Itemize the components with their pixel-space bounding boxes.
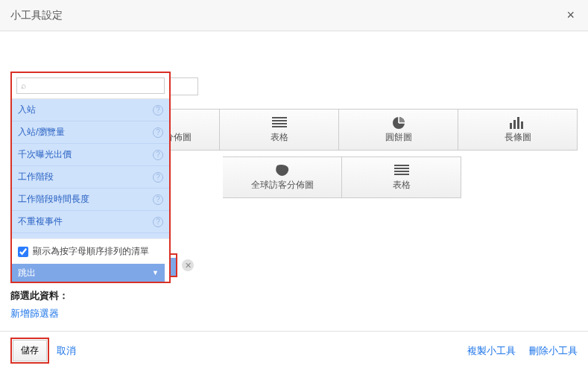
svg-rect-7 xyxy=(510,123,512,129)
metric-option-label: 入站 xyxy=(18,104,36,116)
svg-rect-13 xyxy=(394,171,409,172)
alpha-sort-row: 顯示為按字母順序排列的清單 xyxy=(12,238,169,264)
close-icon[interactable]: × xyxy=(563,7,578,23)
alpha-sort-checkbox[interactable] xyxy=(18,247,28,257)
dialog-footer: 儲存 取消 複製小工具 刪除小工具 xyxy=(0,331,588,373)
metric-option[interactable]: 千次曝光出價? xyxy=(12,144,169,166)
svg-rect-10 xyxy=(521,121,523,129)
metric-option-label: 工作階段時間長度 xyxy=(18,193,89,206)
chart-tile-bar[interactable]: 長條圖 xyxy=(458,109,578,151)
metric-option[interactable]: 入站/瀏覽量? xyxy=(12,121,169,144)
pie-icon xyxy=(391,116,407,130)
chart-tile-table[interactable]: 表格 xyxy=(220,109,339,151)
chart-tile-label: 表格 xyxy=(271,131,288,144)
help-icon[interactable]: ? xyxy=(153,172,163,183)
dialog-header: 小工具設定 × xyxy=(0,0,588,31)
chart-tile-label: 長條圖 xyxy=(505,131,531,144)
svg-rect-1 xyxy=(272,120,287,121)
help-icon[interactable]: ? xyxy=(153,127,163,138)
chart-tile-table-2[interactable]: 表格 xyxy=(342,156,461,198)
metric-option[interactable]: 不重複事件? xyxy=(12,211,169,233)
svg-rect-8 xyxy=(513,120,516,129)
bar-icon xyxy=(510,116,526,130)
map-icon xyxy=(274,164,291,177)
metric-option-label: 入站/瀏覽量 xyxy=(18,126,65,139)
metric-option-label: 工作階段 xyxy=(18,171,54,183)
metric-selected-label: 跳出 xyxy=(18,267,36,279)
svg-rect-9 xyxy=(517,117,519,129)
svg-rect-12 xyxy=(394,168,409,169)
chart-tile-geo-2[interactable]: 全球訪客分佈圖 xyxy=(223,156,342,198)
svg-rect-3 xyxy=(272,126,287,127)
svg-rect-5 xyxy=(398,116,399,123)
table-icon xyxy=(271,116,288,130)
save-button-highlight: 儲存 xyxy=(10,338,49,364)
chevron-down-icon: ▼ xyxy=(152,269,159,276)
save-button[interactable]: 儲存 xyxy=(13,340,47,361)
copy-widget-link[interactable]: 複製小工具 xyxy=(467,344,516,358)
metric-search-input[interactable] xyxy=(16,77,165,94)
metric-option[interactable]: 入站? xyxy=(12,99,169,121)
filter-section-label: 篩選此資料： xyxy=(10,289,578,303)
metric-option-label: 不重複事件 xyxy=(18,215,63,228)
dialog-title: 小工具設定 xyxy=(10,9,63,22)
chart-tile-label: 表格 xyxy=(393,179,411,192)
alpha-sort-label: 顯示為按字母順序排列的清單 xyxy=(33,245,149,258)
help-icon[interactable]: ? xyxy=(153,194,163,205)
help-icon[interactable]: ? xyxy=(153,217,163,227)
metric-option-label: 千次曝光出價 xyxy=(18,148,72,161)
metric-dropdown-panel: ⌕ 入站? 入站/瀏覽量? 千次曝光出價? 工作階段? 工作階段時間長度? 不重… xyxy=(10,72,171,283)
svg-rect-11 xyxy=(394,165,409,166)
metric-option[interactable]: 工作階段? xyxy=(12,166,169,189)
chart-tile-label: 圓餅圖 xyxy=(385,131,412,144)
chart-tile-label: 全球訪客分佈圖 xyxy=(251,179,314,192)
table-icon xyxy=(393,164,410,177)
metric-option[interactable]: 不重複的社交動作? xyxy=(12,233,169,238)
metric-option-list[interactable]: 入站? 入站/瀏覽量? 千次曝光出價? 工作階段? 工作階段時間長度? 不重複事… xyxy=(12,98,169,238)
clear-compare-icon[interactable]: ✕ xyxy=(182,259,194,271)
add-filter-link[interactable]: 新增篩選器 xyxy=(10,307,59,320)
chart-tile-pie[interactable]: 圓餅圖 xyxy=(339,109,458,151)
cancel-link[interactable]: 取消 xyxy=(57,344,76,358)
svg-rect-2 xyxy=(272,123,287,124)
svg-rect-14 xyxy=(394,174,409,175)
help-icon[interactable]: ? xyxy=(153,150,163,160)
metric-option-label: 不重複的社交動作 xyxy=(18,238,89,238)
svg-rect-6 xyxy=(399,122,405,124)
delete-widget-link[interactable]: 刪除小工具 xyxy=(529,344,578,358)
metric-option[interactable]: 工作階段時間長度? xyxy=(12,189,169,211)
metric-selected-field[interactable]: 跳出 ▼ xyxy=(12,264,165,282)
help-icon[interactable]: ? xyxy=(153,105,163,115)
svg-rect-0 xyxy=(272,117,287,118)
